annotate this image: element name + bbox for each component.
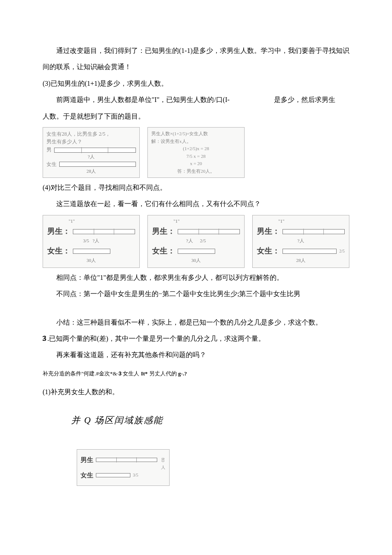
figure-diagram-1: "1" 男生： 3/5 ?人 女生： 30人 (43, 215, 140, 268)
figure-value: ?人 (92, 238, 99, 243)
figure-unit-label: "1" (69, 218, 135, 224)
figure-label-female: 女生 (46, 161, 57, 168)
paragraph-same: 相同点：单位"1"都是男生人数，都求男生有多少人，都可以列方程解答的。 (43, 270, 349, 286)
figure-value: 30人 (47, 257, 135, 264)
figure-text: 男生人数×(1+2/5)=女生人数 (151, 131, 241, 137)
figure-label-female: 女生： (257, 246, 280, 256)
figure-text: 女生有28人，比男生多 2/5， (46, 131, 136, 138)
figure-value: 28人 (257, 257, 345, 264)
figure-diagram-sum: 男生80人 女生3/5 (77, 449, 170, 486)
figure-value: ?人 (186, 238, 193, 243)
figure-label-male: 男 (46, 146, 52, 154)
figure-equation: x = 20 (151, 160, 241, 167)
figure-label-female: 女生： (47, 246, 70, 256)
garbled-kai-line: 并 Q 场区闰域族感能 (71, 410, 349, 431)
paragraph: 再来看看这道题，还有补充其他条件和问题的吗？ (43, 347, 349, 363)
figure-label-male: 男生： (257, 226, 280, 237)
section-title: 3 .已知两个量的和(差)，其中一个量是另一个量的几分之几，求这两个量。 (42, 335, 265, 342)
figure-equation: (1+2/5)x = 28 (151, 145, 241, 152)
figure-label-female: 女生 (81, 471, 93, 480)
figure-answer: 答：男生有20人。 (151, 168, 241, 174)
figure-label-female: 女生： (152, 246, 175, 256)
heading-section-3: 33 .已知两个量的和(差)，其中一个量是另一个量的几分之几，求这两个量。 (43, 331, 349, 347)
figure-equation: 7/5 x = 28 (151, 153, 241, 160)
text-fragment: 前两道题中，男生人数都是单位"I"，已知男生人数的/口(I- (56, 96, 230, 103)
figure-fraction: 2/5 (200, 238, 206, 243)
figure-value: 30人 (152, 257, 240, 264)
heading-4: (4)对比三个题目，寻找相同点和不同点。 (43, 180, 349, 196)
paragraph: 这三道题放在一起，看一看，它们有什么相同点，又有什么不同点？ (43, 196, 349, 212)
figure-label-male: 男生： (152, 226, 175, 237)
garbled-text-line: 补充分造的条件"何建.#金次*&·3 女生人 It* 另丈人代的 g-.? (43, 369, 349, 378)
figure-row-diagrams: "1" 男生： 3/5 ?人 女生： 30人 "1" 男生： ?人 2/5 女生… (43, 215, 349, 268)
sub-heading-1: (1)补充男女生人数的和。 (43, 384, 349, 400)
figure-problem-text: 女生有28人，比男生多 2/5， 男生有多少人？ 男 ?人 女生 28人 (43, 127, 140, 178)
paragraph: 前两道题中，男生人数都是单位"I"，已知男生人数的/口(I- 是多少，然后求男生 (43, 92, 349, 108)
figure-total: 80人 (160, 458, 166, 462)
paragraph: 人数。于是就想到了下面的题目。 (43, 108, 349, 125)
paragraph: 通过改变题目，我们得到了：已知男生的(1-1)是多少，求男生人数。学习中，我们要… (43, 43, 349, 76)
figure-text: 解：设男生有x人。 (151, 138, 241, 145)
text-fragment: 是多少，然后求男生 (274, 96, 335, 103)
figure-value: 28人 (46, 168, 136, 174)
figure-label-male: 男生： (47, 226, 70, 237)
figure-row-problem: 女生有28人，比男生多 2/5， 男生有多少人？ 男 ?人 女生 28人 男生人… (43, 127, 349, 178)
figure-fraction: 2/5 (339, 248, 345, 254)
figure-solution-text: 男生人数×(1+2/5)=女生人数 解：设男生有x人。 (1+2/5)x = 2… (147, 127, 245, 178)
figure-diagram-2: "1" 男生： ?人 2/5 女生： 30人 (147, 215, 245, 268)
figure-diagram-3: "1" 男生： ?人 女生：2/5 28人 (252, 215, 349, 268)
figure-value: ?人 (46, 154, 136, 160)
document-page: 通过改变题目，我们得到了：已知男生的(1-1)是多少，求男生人数。学习中，我们要… (0, 0, 392, 511)
text-fragment: 女生人 (121, 370, 141, 377)
figure-fraction: 3/5 (133, 472, 138, 478)
figure-value: ?人 (297, 238, 304, 243)
text-fragment: 补充分造的条件"何建.#金次*&· (43, 370, 118, 377)
figure-text: 男生有多少人？ (46, 138, 136, 145)
figure-unit-label: "1" (278, 218, 345, 224)
heading-3: (3)已知男生的(1+1)是多少，求男生人数。 (43, 76, 349, 92)
figure-label-male: 男生 (81, 456, 93, 465)
text-fragment: 另丈人代的 (148, 370, 179, 377)
paragraph-summary: 小结：这三种题目看似不一样，实际上，都是已知一个数的几分之几是多少，求这个数。 (43, 314, 349, 331)
paragraph-diff: 不同点：第一个题中女生是男生的−第二个题中女生比男生少;第三个题中女生比男 (43, 286, 349, 302)
figure-unit-label: "1" (173, 218, 240, 224)
figure-fraction: 3/5 (83, 238, 89, 243)
